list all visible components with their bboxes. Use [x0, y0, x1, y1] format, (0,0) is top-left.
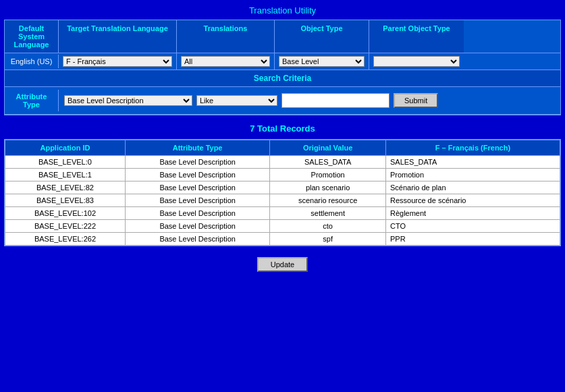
condition-select[interactable]: Like — [196, 95, 277, 106]
header-target-language: Target Translation Language — [59, 20, 177, 53]
cell-attr-type: Base Level Description — [125, 207, 269, 220]
header-default-language: Default System Language — [5, 20, 59, 53]
cell-orig-value: spf — [270, 233, 386, 246]
default-language-value: English (US) — [11, 57, 53, 65]
cell-translation[interactable] — [385, 207, 560, 220]
translation-input[interactable] — [390, 222, 556, 230]
header-parent-object-type: Parent Object Type — [369, 20, 464, 53]
cell-attr-type: Base Level Description — [125, 181, 269, 194]
total-records: 7 Total Records — [0, 115, 565, 139]
object-type-cell: Base Level — [275, 53, 369, 69]
cell-orig-value: scenario resource — [270, 194, 386, 207]
col-header-translation: F – Français (French) — [385, 140, 560, 156]
translation-input[interactable] — [390, 158, 556, 166]
cell-attr-type: Base Level Description — [125, 233, 269, 246]
table-row: BASE_LEVEL:1Base Level DescriptionPromot… — [5, 169, 560, 181]
col-header-orig-value: Original Value — [270, 140, 386, 156]
cell-translation[interactable] — [385, 181, 560, 194]
header-translations: Translations — [177, 20, 275, 53]
col-header-app-id: Application ID — [5, 140, 126, 156]
cell-translation[interactable] — [385, 220, 560, 233]
parent-object-type-cell — [369, 53, 464, 69]
cell-orig-value: plan scenario — [270, 181, 386, 194]
attribute-type-label: Attribute Type — [5, 90, 59, 111]
search-inputs: Base Level Description Like Submit — [59, 90, 560, 111]
cell-translation[interactable] — [385, 156, 560, 169]
cell-orig-value: Promotion — [270, 169, 386, 181]
attribute-type-select[interactable]: Base Level Description — [64, 95, 192, 106]
cell-orig-value: SALES_DATA — [270, 156, 386, 169]
table-row: BASE_LEVEL:0Base Level DescriptionSALES_… — [5, 156, 560, 169]
cell-attr-type: Base Level Description — [125, 194, 269, 207]
col-header-attr-type: Attribute Type — [125, 140, 269, 156]
translations-cell: All — [177, 53, 275, 69]
update-button[interactable]: Update — [257, 257, 308, 272]
header-object-type: Object Type — [275, 20, 369, 53]
translation-input[interactable] — [390, 171, 556, 179]
filter-row: English (US) F - Français All Base Level — [5, 53, 560, 70]
default-language-cell: English (US) — [5, 55, 59, 68]
column-headers: Default System Language Target Translati… — [5, 20, 560, 53]
parent-object-type-select[interactable] — [373, 56, 460, 67]
table-row: BASE_LEVEL:102Base Level Descriptionsett… — [5, 207, 560, 220]
cell-app-id: BASE_LEVEL:222 — [5, 220, 126, 233]
cell-app-id: BASE_LEVEL:0 — [5, 156, 126, 169]
cell-translation[interactable] — [385, 233, 560, 246]
search-criteria-label: Search Criteria — [254, 74, 311, 83]
cell-attr-type: Base Level Description — [125, 169, 269, 181]
cell-attr-type: Base Level Description — [125, 220, 269, 233]
attribute-type-row: Attribute Type Base Level Description Li… — [5, 87, 560, 115]
search-criteria-row: Search Criteria — [5, 70, 560, 87]
translation-input[interactable] — [390, 184, 556, 192]
submit-button[interactable]: Submit — [394, 93, 438, 108]
object-type-select[interactable]: Base Level — [279, 56, 365, 67]
cell-translation[interactable] — [385, 194, 560, 207]
cell-orig-value: settlement — [270, 207, 386, 220]
cell-translation[interactable] — [385, 169, 560, 181]
cell-attr-type: Base Level Description — [125, 156, 269, 169]
translation-input[interactable] — [390, 196, 556, 204]
table-header-row: Application ID Attribute Type Original V… — [5, 140, 560, 156]
cell-app-id: BASE_LEVEL:1 — [5, 169, 126, 181]
update-row: Update — [0, 252, 565, 279]
table-row: BASE_LEVEL:262Base Level Descriptionspf — [5, 233, 560, 246]
cell-app-id: BASE_LEVEL:83 — [5, 194, 126, 207]
table-row: BASE_LEVEL:83Base Level Descriptionscena… — [5, 194, 560, 207]
target-language-select[interactable]: F - Français — [63, 56, 172, 67]
results-container: Application ID Attribute Type Original V… — [4, 139, 561, 246]
search-text-input[interactable] — [281, 93, 389, 108]
cell-app-id: BASE_LEVEL:102 — [5, 207, 126, 220]
table-row: BASE_LEVEL:222Base Level Descriptioncto — [5, 220, 560, 233]
translation-input[interactable] — [390, 235, 556, 243]
translations-select[interactable]: All — [181, 56, 270, 67]
cell-app-id: BASE_LEVEL:82 — [5, 181, 126, 194]
cell-orig-value: cto — [270, 220, 386, 233]
translation-input[interactable] — [390, 209, 556, 217]
main-container: Default System Language Target Translati… — [4, 20, 561, 115]
results-table: Application ID Attribute Type Original V… — [5, 140, 560, 246]
table-row: BASE_LEVEL:82Base Level Descriptionplan … — [5, 181, 560, 194]
cell-app-id: BASE_LEVEL:262 — [5, 233, 126, 246]
target-language-cell: F - Français — [59, 53, 177, 69]
page-title: Translation Utility — [0, 0, 565, 20]
